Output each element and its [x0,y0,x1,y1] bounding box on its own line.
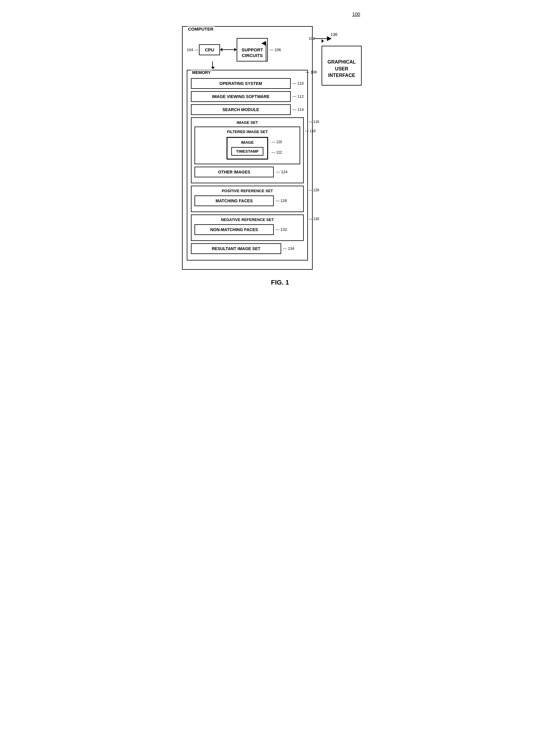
resultant-image-set-box: RESULTANT IMAGE SET [191,243,281,254]
filtered-set-container: FILTERED IMAGE SET IMAGE TIMESTAMP [194,126,300,164]
filtered-image-set-label: FILTERED IMAGE SET [198,130,297,134]
page: 100 COMPUTER 104 — CPU [176,6,384,292]
resultant-image-set-row: RESULTANT IMAGE SET — 134 [191,243,304,254]
operating-system-row: OPERATING SYSTEM — 110 [191,78,304,89]
operating-system-box: OPERATING SYSTEM [191,78,291,89]
ref-102-outer: 102 [309,36,315,41]
timestamp-box: TIMESTAMP [231,147,263,156]
image-label: IMAGE [230,140,264,145]
image-set-box: IMAGE SET FILTERED IMAGE SET IMAGE [191,117,304,183]
image-timestamp-container: IMAGE TIMESTAMP — 122 — 120 [198,136,297,161]
memory-label: MEMORY [191,70,212,75]
matching-faces-row: MATCHING FACES — 128 [194,195,300,206]
fig-number: FIG. 1 [182,279,378,286]
negative-reference-set-box: NEGATIVE REFERENCE SET NON-MATCHING FACE… [191,214,304,241]
positive-ref-container: POSITIVE REFERENCE SET MATCHING FACES — … [191,186,304,212]
gui-box: GRAPHICAL USER INTERFACE [322,46,362,86]
image-viewing-software-box: IMAGE VIEWING SOFTWARE [191,91,291,102]
ref-132: — 132 [275,227,287,232]
ref-128: — 128 [275,198,287,203]
image-set-label: IMAGE SET [194,120,300,125]
positive-reference-set-box: POSITIVE REFERENCE SET MATCHING FACES — … [191,186,304,212]
negative-ref-container: NEGATIVE REFERENCE SET NON-MATCHING FACE… [191,214,304,241]
image-box: IMAGE TIMESTAMP — 122 — 120 [226,137,268,160]
computer-box: COMPUTER 104 — CPU [182,26,313,270]
computer-to-gui-arrow [322,39,324,43]
ref-112: — 112 [292,94,304,99]
ref-126-label: — 126 [309,188,319,192]
gui-section: 136 GRAPHICAL USER INTERFACE [322,32,362,86]
filtered-image-set-box: FILTERED IMAGE SET IMAGE TIMESTAMP [194,126,300,164]
ref-108-outer: — 108 [306,70,317,74]
diagram-area: COMPUTER 104 — CPU [182,26,378,286]
search-module-box: SEARCH MODULE [191,104,291,115]
ref-134: — 134 [283,246,294,251]
ref-120-label: — 120 [272,140,282,144]
matching-faces-box: MATCHING FACES [194,195,274,206]
ref-110: — 110 [292,81,304,86]
ref-118-label: — 118 [305,129,316,133]
ref-114: — 114 [292,107,304,112]
cpu-box: CPU [199,44,220,55]
ref-100: 100 [182,12,378,17]
positive-reference-set-label: POSITIVE REFERENCE SET [194,189,300,193]
main-row: COMPUTER 104 — CPU [182,26,378,270]
image-set-container: IMAGE SET FILTERED IMAGE SET IMAGE [191,117,304,183]
non-matching-faces-row: NON-MATCHING FACES — 132 [194,224,300,235]
ref-136-label: 136 [331,32,337,37]
ref-116-label: — 116 [309,120,319,124]
ref-122-label: — 122 [272,150,282,155]
ref-124: — 124 [276,170,287,174]
negative-reference-set-label: NEGATIVE REFERENCE SET [194,217,300,222]
ref-106-label: — 106 [270,48,281,52]
computer-label: COMPUTER [187,26,215,31]
support-circuits-box: SUPPORT CIRCUITS [237,38,268,62]
memory-box: MEMORY OPERATING SYSTEM — 110 IMAGE VIEW… [187,70,308,260]
ref-130-label: — 130 [309,217,319,221]
search-module-row: SEARCH MODULE — 114 [191,104,304,115]
other-images-box: OTHER IMAGES [194,167,274,177]
non-matching-faces-box: NON-MATCHING FACES [194,224,274,235]
image-viewing-software-row: IMAGE VIEWING SOFTWARE — 112 [191,91,304,102]
ref-104-label: 104 [187,48,193,52]
other-images-row: OTHER IMAGES — 124 [194,167,300,177]
